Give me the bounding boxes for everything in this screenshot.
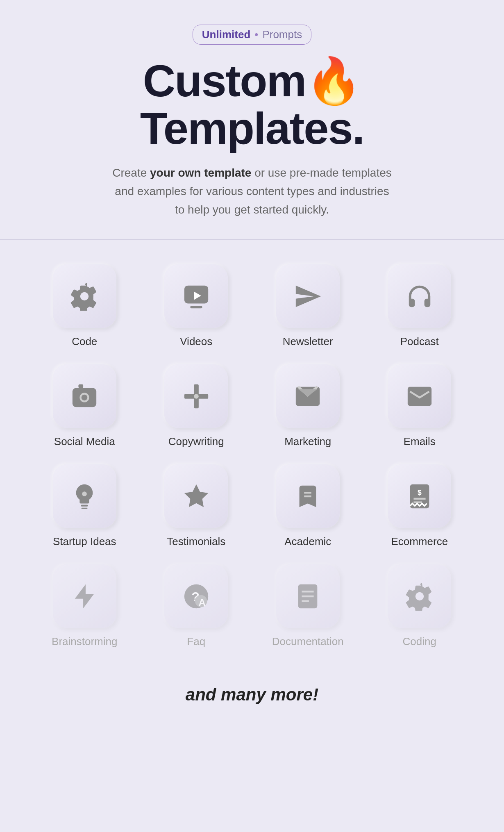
- category-item-brainstorming[interactable]: Brainstorming: [33, 564, 136, 648]
- category-item-emails[interactable]: Emails: [368, 364, 472, 448]
- category-icon-coding: [388, 564, 451, 628]
- category-label-emails: Emails: [404, 435, 436, 448]
- category-icon-videos: [164, 264, 228, 328]
- and-more-section: and many more!: [0, 664, 504, 729]
- gear2-icon: [405, 582, 434, 611]
- category-label-academic: Academic: [284, 535, 331, 548]
- camera-icon: [70, 382, 99, 411]
- svg-point-9: [194, 394, 199, 399]
- bolt-icon: [70, 582, 99, 611]
- category-label-faq: Faq: [187, 635, 205, 648]
- faq-icon: ? A: [182, 582, 211, 611]
- category-label-podcast: Podcast: [400, 335, 439, 348]
- category-label-marketing: Marketing: [284, 435, 331, 448]
- category-label-newsletter: Newsletter: [283, 335, 333, 348]
- category-icon-code: [53, 264, 116, 328]
- mail-open-icon: [293, 382, 322, 411]
- category-icon-marketing: [276, 364, 340, 428]
- category-item-marketing[interactable]: Marketing: [256, 364, 360, 448]
- badge-dot: •: [254, 28, 258, 41]
- category-icon-brainstorming: [53, 564, 116, 628]
- hero-subtitle: Create your own template or use pre-made…: [109, 164, 395, 219]
- category-label-coding: Coding: [403, 635, 436, 648]
- bulb-icon: [70, 482, 99, 511]
- svg-marker-20: [75, 584, 94, 608]
- svg-rect-2: [190, 306, 202, 308]
- category-label-videos: Videos: [180, 335, 212, 348]
- svg-point-12: [82, 491, 87, 496]
- category-icon-podcast: [388, 264, 451, 328]
- category-icon-copywriting: [164, 364, 228, 428]
- category-item-testimonials[interactable]: Testimonials: [145, 464, 248, 548]
- category-icon-testimonials: [164, 464, 228, 528]
- category-item-documentation[interactable]: Documentation: [256, 564, 360, 648]
- badge-unlimited: Unlimited: [202, 28, 250, 41]
- category-item-academic[interactable]: Academic: [256, 464, 360, 548]
- gear-icon: [70, 282, 99, 311]
- svg-marker-13: [184, 484, 208, 507]
- bookmark-icon: [293, 482, 322, 511]
- envelope-icon: [405, 382, 434, 411]
- category-grid: Code Videos Newsletter: [33, 264, 471, 648]
- category-label-brainstorming: Brainstorming: [52, 635, 117, 648]
- svg-rect-10: [81, 505, 89, 506]
- hero-title: Custom🔥 Templates.: [140, 57, 364, 152]
- hero-title-line2: Templates.: [140, 103, 364, 153]
- grid-section: Code Videos Newsletter: [0, 240, 504, 664]
- category-item-social-media[interactable]: Social Media: [33, 364, 136, 448]
- svg-point-5: [82, 395, 88, 401]
- category-icon-academic: [276, 464, 340, 528]
- category-label-testimonials: Testimonials: [167, 535, 225, 548]
- category-label-documentation: Documentation: [272, 635, 344, 648]
- category-item-videos[interactable]: Videos: [145, 264, 248, 348]
- category-item-faq[interactable]: ? A Faq: [145, 564, 248, 648]
- svg-rect-11: [82, 508, 88, 509]
- and-more-text: and many more!: [186, 685, 318, 704]
- category-label-ecommerce: Ecommerce: [391, 535, 448, 548]
- svg-rect-6: [79, 384, 84, 388]
- hero-title-line1: Custom🔥: [143, 55, 361, 106]
- category-icon-newsletter: [276, 264, 340, 328]
- category-item-ecommerce[interactable]: $ Ecommerce: [368, 464, 472, 548]
- receipt-icon: $: [405, 482, 434, 511]
- category-label-code: Code: [72, 335, 97, 348]
- hero-subtitle-bold: your own template: [150, 166, 251, 179]
- category-icon-startup-ideas: [53, 464, 116, 528]
- category-icon-documentation: [276, 564, 340, 628]
- svg-text:A: A: [199, 597, 206, 608]
- badge-prompts: Prompts: [262, 28, 302, 41]
- category-icon-emails: [388, 364, 451, 428]
- category-item-startup-ideas[interactable]: Startup Ideas: [33, 464, 136, 548]
- category-label-social-media: Social Media: [54, 435, 115, 448]
- category-icon-ecommerce: $: [388, 464, 451, 528]
- badge: Unlimited • Prompts: [193, 25, 311, 45]
- category-label-copywriting: Copywriting: [168, 435, 224, 448]
- hero-section: Unlimited • Prompts Custom🔥 Templates. C…: [0, 0, 504, 239]
- category-item-podcast[interactable]: Podcast: [368, 264, 472, 348]
- category-item-coding[interactable]: Coding: [368, 564, 472, 648]
- category-icon-faq: ? A: [164, 564, 228, 628]
- pencil-ruler-icon: [182, 382, 211, 411]
- send-icon: [293, 282, 322, 311]
- headphones-icon: [405, 282, 434, 311]
- category-item-copywriting[interactable]: Copywriting: [145, 364, 248, 448]
- document-icon: [293, 582, 322, 611]
- category-icon-social-media: [53, 364, 116, 428]
- category-item-newsletter[interactable]: Newsletter: [256, 264, 360, 348]
- star-icon: [182, 482, 211, 511]
- svg-text:$: $: [418, 489, 422, 497]
- category-item-code[interactable]: Code: [33, 264, 136, 348]
- play-icon: [182, 282, 211, 311]
- category-label-startup-ideas: Startup Ideas: [53, 535, 116, 548]
